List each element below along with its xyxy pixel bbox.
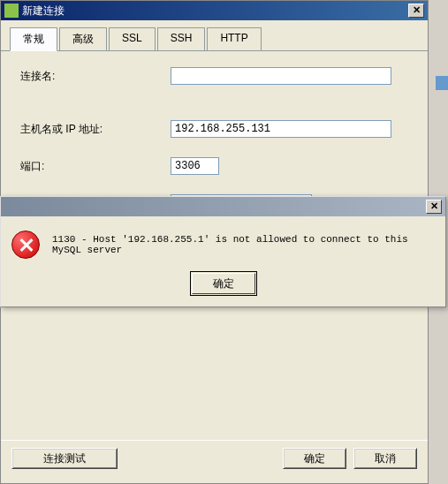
tab-ssl[interactable]: SSL (109, 27, 156, 50)
cancel-button[interactable]: 取消 (353, 448, 417, 469)
host-input[interactable] (171, 120, 391, 138)
error-dialog: ✕ 1130 - Host '192.168.255.1' is not all… (0, 196, 446, 307)
error-body: 1130 - Host '192.168.255.1' is not allow… (1, 216, 445, 266)
error-message: 1130 - Host '192.168.255.1' is not allow… (52, 234, 435, 255)
window-title: 新建连接 (22, 4, 408, 19)
port-input[interactable] (171, 157, 219, 175)
error-ok-button[interactable]: 确定 (192, 273, 255, 294)
error-close-icon[interactable]: ✕ (426, 200, 442, 214)
close-icon[interactable]: ✕ (408, 4, 424, 18)
bottom-button-bar: 连接测试 确定 取消 (1, 440, 428, 476)
test-connection-button[interactable]: 连接测试 (11, 448, 118, 469)
port-label: 端口: (20, 159, 171, 174)
host-label: 主机名或 IP 地址: (20, 122, 171, 137)
conn-name-input[interactable] (171, 67, 391, 85)
titlebar: 新建连接 ✕ (1, 1, 428, 20)
tab-advanced[interactable]: 高级 (59, 27, 107, 50)
app-icon (4, 4, 19, 18)
error-titlebar: ✕ (1, 197, 445, 216)
ok-button[interactable]: 确定 (283, 448, 346, 469)
tab-general[interactable]: 常规 (10, 27, 57, 51)
right-marker (436, 76, 448, 90)
tab-bar: 常规 高级 SSL SSH HTTP (1, 20, 428, 51)
tab-http[interactable]: HTTP (207, 27, 261, 50)
error-icon (11, 231, 40, 259)
conn-name-label: 连接名: (20, 69, 171, 84)
tab-ssh[interactable]: SSH (157, 27, 206, 50)
error-button-bar: 确定 (1, 266, 445, 306)
